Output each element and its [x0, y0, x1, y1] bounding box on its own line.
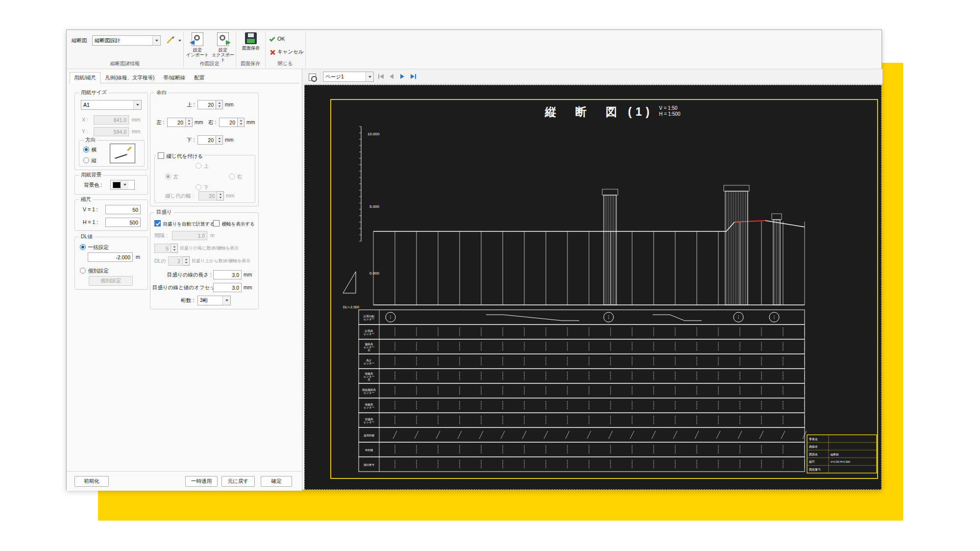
drawing-canvas[interactable]: 縦 断 図 (1)V = 1:50H = 1:50010.0005.0000.0… [304, 85, 882, 490]
paper-size-group: 用紙サイズ A1 X : mm Y : mm 方向 横 [74, 93, 148, 170]
svg-text:V=1:50 H=1:500: V=1:50 H=1:500 [831, 460, 850, 463]
group-label-draw: 作図設定 [183, 60, 236, 68]
orientation-landscape-radio[interactable]: 横 [83, 145, 97, 153]
margin-bottom-field[interactable] [197, 135, 216, 145]
binding-right-label: 右 [237, 174, 242, 179]
page-combo[interactable]: ページ1 [323, 72, 374, 82]
scale-v-field[interactable] [105, 205, 141, 214]
ticks-dl-spinner [183, 256, 190, 266]
binding-width-label: 綴じ代の幅 : [165, 193, 194, 200]
paper-background-group-label: 用紙背景 [79, 172, 103, 178]
pencil-icon [167, 37, 173, 44]
margin-right-field[interactable] [219, 118, 238, 127]
ticks-group-label: 目盛り [154, 209, 174, 216]
confirm-button[interactable]: 確定 [261, 476, 292, 487]
initialize-button[interactable]: 初期化 [74, 476, 109, 487]
cancel-button[interactable]: キャンセル [270, 49, 304, 55]
svg-text:地盤高センター: 地盤高センター [364, 403, 374, 409]
ticks-haxis-label: 横軸を表示する [221, 221, 254, 226]
cancel-label: キャンセル [277, 49, 304, 55]
revert-button[interactable]: 元に戻す [221, 476, 255, 487]
ticks-digits-value: 3桁 [200, 297, 222, 304]
svg-text:0.000: 0.000 [369, 271, 380, 276]
pencil-dropdown-caret[interactable] [178, 40, 181, 42]
save-floppy-icon [245, 32, 257, 44]
footer-divider [67, 471, 302, 472]
tab-band-profile[interactable]: 帯/縦断線 [159, 72, 190, 83]
margin-left-spinner[interactable] [186, 118, 193, 127]
save-drawing-button[interactable]: 図面保存 [239, 32, 263, 50]
paper-size-combo[interactable]: A1 [81, 100, 142, 110]
zoom-fit-button[interactable] [307, 72, 318, 82]
chevron-down-icon[interactable] [366, 72, 373, 81]
apply-temp-button[interactable]: 一時適用 [185, 476, 218, 487]
tab-legend[interactable]: 凡例(線種、文字種等) [100, 72, 159, 83]
chevron-down-icon[interactable] [133, 100, 141, 109]
binding-margin-checkbox[interactable]: 綴じ代を付ける [156, 151, 204, 160]
paper-x-field [94, 115, 129, 125]
settings-import-button[interactable]: 設定 インポート [185, 32, 210, 57]
settings-export-button[interactable]: 設定 エクスポート [211, 32, 235, 62]
svg-text:路線名: 路線名 [809, 445, 818, 449]
dl-group-label: DL値 [79, 233, 95, 240]
chevron-down-icon[interactable] [121, 180, 128, 189]
paper-x-label: X : [82, 117, 88, 123]
margin-bottom-spinner[interactable] [216, 135, 223, 145]
ok-button[interactable]: OK [270, 36, 285, 42]
radio-icon [80, 268, 86, 274]
last-page-button[interactable] [408, 72, 418, 81]
preview-toolbar: ページ1 [303, 69, 882, 84]
binding-bottom-label: 下 [203, 184, 209, 190]
dl-batch-field[interactable] [88, 252, 133, 262]
orientation-landscape-label: 横 [91, 147, 97, 152]
margin-top-spinner[interactable] [216, 100, 223, 109]
ticks-dl-prefix: DLの [154, 258, 166, 265]
margin-bottom-unit: mm [225, 137, 234, 143]
radio-icon [80, 244, 86, 250]
app-window: 縦断図 縦断図設計 設定 インポート 設定 エクスポート [66, 29, 882, 490]
profile-combo[interactable]: 縦断図設計 [92, 35, 161, 46]
binding-left-radio[interactable]: 左 [165, 172, 178, 180]
svg-text:追加距離: 追加距離 [364, 434, 375, 437]
binding-bottom-radio[interactable]: 下 [196, 182, 209, 191]
binding-margin-label: 綴じ代を付ける [166, 153, 202, 159]
ticks-offset-field[interactable] [213, 283, 242, 292]
profile-combo-value: 縦断図設計 [95, 37, 152, 44]
dl-individual-button[interactable]: 個別設定 [89, 276, 133, 286]
tab-layout[interactable]: 配置 [190, 72, 209, 83]
prev-page-button[interactable] [387, 72, 396, 81]
ticks-digits-combo[interactable]: 3桁 [197, 296, 231, 305]
ticks-haxis-checkbox[interactable]: 横軸を表示する [213, 219, 255, 227]
chevron-down-icon[interactable] [152, 36, 160, 45]
binding-right-radio[interactable]: 右 [229, 172, 242, 180]
dl-individual-radio[interactable]: 個別設定 [80, 266, 108, 275]
next-page-button[interactable] [397, 72, 407, 81]
ticks-every-label: 目盛りの毎に数値/横軸を表示 [180, 245, 239, 251]
background-color-picker[interactable] [110, 180, 135, 190]
ticks-auto-checkbox[interactable]: 目盛りを自動で計算する [154, 219, 215, 227]
binding-top-label: 上 [203, 163, 209, 169]
binding-top-radio[interactable]: 上 [196, 161, 209, 170]
checkbox-checked-icon [154, 220, 161, 226]
dl-batch-radio[interactable]: 一括設定 [80, 242, 108, 251]
edit-pencil-button[interactable] [164, 35, 175, 46]
tab-paper-scale[interactable]: 用紙/縮尺 [70, 72, 100, 83]
save-drawing-label: 図面保存 [242, 46, 260, 50]
margin-right-spinner[interactable] [238, 118, 245, 127]
paper-y-unit: mm [132, 128, 141, 134]
margin-top-unit: mm [225, 101, 234, 107]
ticks-dl-suffix: 目盛り上から数値/横軸を表示 [192, 258, 250, 264]
scale-h-label: H = 1 : [83, 219, 98, 225]
first-page-button[interactable] [376, 72, 386, 81]
paper-y-field [94, 127, 129, 136]
scale-h-field[interactable] [105, 218, 141, 227]
ticks-length-field[interactable] [213, 270, 242, 279]
binding-left-label: 左 [173, 174, 178, 179]
chevron-down-icon[interactable] [222, 296, 230, 305]
margin-right-unit: mm [246, 119, 255, 125]
margin-left-field[interactable] [167, 118, 186, 127]
margin-top-field[interactable] [197, 100, 216, 109]
orientation-portrait-radio[interactable]: 縦 [83, 155, 97, 164]
toolbar: 縦断図 縦断図設計 設定 インポート 設定 エクスポート [67, 30, 882, 69]
paper-y-label: Y : [82, 128, 88, 134]
